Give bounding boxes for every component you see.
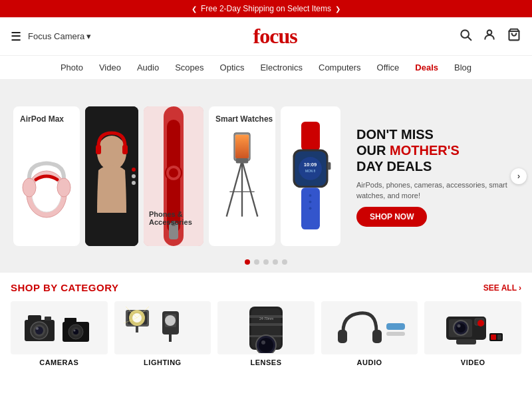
- hero-dot-5[interactable]: [282, 259, 287, 265]
- nav-item-photo[interactable]: Photo: [61, 63, 83, 72]
- header-icons: [459, 28, 521, 45]
- svg-point-52: [73, 329, 75, 331]
- svg-rect-92: [497, 334, 501, 340]
- svg-point-36: [309, 194, 312, 197]
- svg-rect-10: [96, 145, 101, 154]
- main-nav: Photo Video Audio Scopes Optics Electron…: [0, 56, 532, 80]
- hero-dot-1[interactable]: [245, 259, 250, 265]
- hero-next-arrow[interactable]: ›: [511, 168, 527, 184]
- svg-point-89: [477, 320, 484, 327]
- banner-left-arrow[interactable]: ❮: [192, 5, 197, 13]
- nav-item-office[interactable]: Office: [377, 63, 400, 72]
- search-icon[interactable]: [459, 28, 472, 45]
- nav-item-electronics[interactable]: Electronics: [260, 63, 303, 72]
- promo-text-block: DON'T MISS OUR MOTHER'S DAY DEALS AirPod…: [346, 120, 519, 233]
- category-item-cameras[interactable]: CAMERAS: [11, 301, 108, 366]
- audio-image: [321, 301, 418, 354]
- watch-image: 10:09 MON 8: [283, 109, 338, 243]
- nav-item-blog[interactable]: Blog: [454, 63, 471, 72]
- banner-text: Free 2-Day Shipping on Select Items: [201, 4, 331, 13]
- svg-point-61: [165, 315, 176, 326]
- hero-section: AirPod Max: [0, 80, 532, 273]
- section-title: SHOP BY CATEGORY: [11, 282, 118, 293]
- svg-rect-21: [235, 134, 249, 158]
- see-all-link[interactable]: SEE ALL ›: [483, 283, 521, 293]
- airpod-image: [20, 154, 73, 241]
- svg-text:MON 8: MON 8: [305, 170, 316, 173]
- nav-item-audio[interactable]: Audio: [137, 63, 159, 72]
- category-item-lenses[interactable]: 24-70mm LENSES: [217, 301, 315, 366]
- nav-item-video[interactable]: Video: [99, 63, 121, 72]
- hero-content: AirPod Max: [13, 106, 519, 246]
- svg-rect-88: [456, 339, 476, 344]
- user-icon[interactable]: [483, 28, 496, 45]
- nav-item-scopes[interactable]: Scopes: [175, 63, 203, 72]
- nav-item-computers[interactable]: Computers: [319, 63, 361, 72]
- tripod-image: [214, 112, 270, 241]
- svg-rect-77: [338, 330, 347, 343]
- svg-rect-46: [45, 317, 51, 321]
- card-nav-dots: [132, 168, 136, 185]
- lenses-image: 24-70mm: [217, 301, 315, 354]
- svg-rect-41: [28, 315, 41, 322]
- banner-right-arrow[interactable]: ❯: [335, 5, 340, 13]
- hero-card-smartwatch[interactable]: Smart Watches: [209, 106, 275, 246]
- svg-line-22: [227, 161, 242, 217]
- svg-point-37: [309, 201, 312, 203]
- nav-item-deals[interactable]: Deals: [415, 63, 438, 72]
- svg-point-73: [259, 338, 273, 352]
- category-item-video[interactable]: VIDEO: [424, 301, 521, 366]
- promo-heading: DON'T MISS OUR MOTHER'S DAY DEALS: [356, 126, 508, 174]
- category-item-lighting[interactable]: LIGHTING: [114, 301, 211, 366]
- card-dot-2: [132, 174, 136, 178]
- hero-card-watch-big[interactable]: 10:09 MON 8: [281, 106, 340, 246]
- header-left: ☰ Focus Camera ▾: [11, 29, 91, 44]
- shop-now-button[interactable]: SHOP NOW: [356, 207, 427, 227]
- svg-rect-62: [169, 334, 172, 342]
- hamburger-menu[interactable]: ☰: [11, 29, 21, 44]
- hero-card-phone[interactable]: Phones & Accessories: [144, 106, 203, 246]
- svg-rect-48: [65, 318, 76, 323]
- svg-point-74: [261, 340, 265, 344]
- nav-item-optics[interactable]: Optics: [220, 63, 245, 72]
- store-chevron-icon: ▾: [86, 31, 91, 41]
- section-header: SHOP BY CATEGORY SEE ALL ›: [11, 282, 521, 293]
- hero-dot-4[interactable]: [273, 259, 278, 265]
- category-section: SHOP BY CATEGORY SEE ALL ›: [0, 273, 532, 372]
- cameras-label: CAMERAS: [39, 358, 78, 366]
- svg-point-18: [169, 168, 178, 178]
- svg-rect-78: [372, 330, 382, 343]
- cart-icon[interactable]: [507, 28, 521, 45]
- lighting-image: [114, 301, 211, 354]
- hero-card-airpod[interactable]: AirPod Max: [13, 106, 80, 246]
- logo[interactable]: focus: [253, 24, 297, 49]
- svg-line-24: [242, 161, 257, 217]
- svg-point-2: [487, 30, 492, 35]
- top-banner: ❮ Free 2-Day Shipping on Select Items ❯: [0, 0, 532, 17]
- video-image: [424, 301, 521, 354]
- store-name-label: Focus Camera: [28, 31, 84, 41]
- svg-rect-58: [136, 326, 138, 332]
- svg-point-45: [36, 327, 39, 330]
- store-selector[interactable]: Focus Camera ▾: [28, 31, 91, 41]
- svg-rect-27: [301, 122, 320, 150]
- svg-line-1: [468, 37, 471, 41]
- svg-point-85: [456, 323, 466, 332]
- phone-label: Phones & Accessories: [149, 210, 203, 226]
- video-label: VIDEO: [461, 358, 485, 366]
- category-grid: CAMERAS: [11, 301, 521, 366]
- cameras-image: [11, 301, 108, 354]
- category-item-audio[interactable]: AUDIO: [321, 301, 418, 366]
- audio-label: AUDIO: [357, 358, 382, 366]
- see-all-arrow-icon: ›: [519, 283, 521, 293]
- hero-dots: [245, 259, 287, 265]
- svg-point-86: [458, 324, 461, 327]
- svg-point-7: [57, 178, 70, 197]
- lighting-label: LIGHTING: [144, 358, 182, 366]
- card-dot-1: [132, 168, 136, 172]
- svg-rect-80: [386, 332, 405, 336]
- promo-description: AirPods, phones, cameras, accessories, s…: [356, 180, 508, 201]
- hero-dot-2[interactable]: [254, 259, 259, 265]
- hero-dot-3[interactable]: [263, 259, 269, 265]
- svg-rect-26: [236, 158, 249, 163]
